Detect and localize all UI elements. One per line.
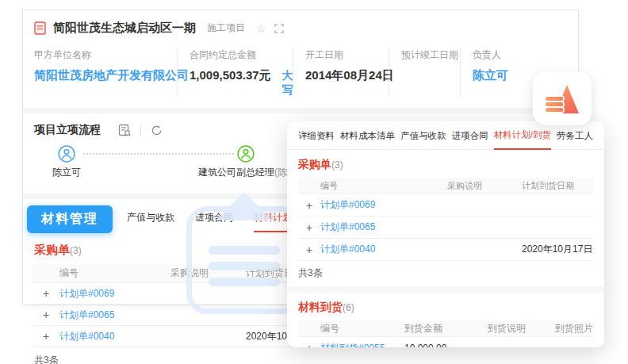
- section-divider: [23, 108, 578, 113]
- field-label: 甲方单位名称: [34, 48, 166, 62]
- process-log-icon[interactable]: [118, 124, 131, 136]
- user-icon: [58, 145, 75, 163]
- expand-icon[interactable]: +: [33, 330, 59, 343]
- field-contract-amount: 合同约定总金额 1,009,503.37元 大写: [177, 48, 293, 98]
- arrival-order-link[interactable]: 材料到货#0055: [320, 342, 404, 348]
- flow-step-approver[interactable]: 建筑公司副总经理(陈立可): [198, 145, 293, 179]
- table-total-count: 共3条: [33, 347, 569, 364]
- plan-order-link[interactable]: 计划单#0065: [59, 308, 170, 322]
- tab-incoming-contract[interactable]: 进项合同: [452, 122, 488, 149]
- tab-output-and-collection[interactable]: 产值与收款: [127, 206, 174, 232]
- project-type-tag: 施工项目: [207, 21, 245, 35]
- plan-order-link[interactable]: 计划单#0069: [320, 198, 447, 212]
- tab-material-plan-arrival[interactable]: 材料计划/到货: [494, 121, 551, 150]
- flow-step-name: 陈立可: [47, 166, 86, 179]
- col-purchase-desc: 采购说明: [170, 266, 246, 280]
- arrival-section-title: 材料到货(6): [287, 293, 604, 315]
- party-a-link[interactable]: 简阳世茂房地产开发有限公司: [34, 68, 166, 83]
- field-label: 预计竣工日期: [401, 48, 449, 62]
- tab-incoming-contract[interactable]: 进项合同: [195, 206, 233, 232]
- tab-output-and-collection[interactable]: 产值与收款: [400, 122, 446, 149]
- field-label: 开工日期: [305, 48, 377, 62]
- purchase-section-title: 采购单(3): [287, 150, 604, 172]
- col-number: 编号: [320, 322, 404, 335]
- document-icon: [34, 21, 46, 35]
- star-icon[interactable]: ☆: [256, 22, 266, 35]
- col-planned-date: 计划到货日期: [522, 180, 593, 192]
- col-arrival-photo: 到货照片: [555, 322, 593, 335]
- field-label: 负责人: [473, 48, 536, 62]
- expand-icon[interactable]: +: [298, 199, 320, 212]
- expand-icon[interactable]: +: [298, 342, 320, 347]
- col-arrival-amount: 到货金额: [404, 322, 488, 335]
- table-header-row: 编号 到货金额 到货说明 到货照片: [298, 320, 593, 337]
- material-plan-arrival-panel: 详细资料 材料成本清单 产值与收款 进项合同 材料计划/到货 劳务工人 采购单(…: [287, 121, 604, 347]
- field-start-date: 开工日期 2014年08月24日: [293, 48, 389, 98]
- field-party-a: 甲方单位名称 简阳世茂房地产开发有限公司: [34, 48, 177, 98]
- table-row: + 计划单#0069: [298, 194, 593, 216]
- amount-in-words-link[interactable]: 大写: [282, 69, 293, 98]
- plan-order-link[interactable]: 计划单#0040: [320, 243, 447, 256]
- field-label: 合同约定总金额: [190, 48, 281, 62]
- project-fields: 甲方单位名称 简阳世茂房地产开发有限公司 合同约定总金额 1,009,503.3…: [34, 48, 567, 98]
- project-title: 简阳世茂生态城启动区一期: [53, 21, 196, 36]
- tab-material-cost-list[interactable]: 材料成本清单: [340, 122, 395, 149]
- project-header: 简阳世茂生态城启动区一期 施工项目 ☆ 甲方单位名称 简阳世茂房地产开发有限公司…: [23, 10, 578, 98]
- flow-step-role: 建筑公司副总经理(陈立可): [198, 166, 293, 179]
- table-total-count: 共3条: [298, 261, 593, 286]
- arrival-amount: 10,000.00: [404, 343, 488, 347]
- tab-labor-workers[interactable]: 劳务工人: [557, 122, 593, 149]
- app-logo-card: [533, 71, 592, 125]
- table-row: + 材料到货#0055 10,000.00: [298, 337, 593, 347]
- expand-icon[interactable]: +: [298, 243, 320, 256]
- purchase-table: 编号 采购说明 计划到货日期 + 计划单#0069 + 计划单#0065 + 计…: [298, 178, 593, 286]
- expand-icon[interactable]: +: [298, 221, 320, 234]
- plan-order-link[interactable]: 计划单#0069: [59, 287, 170, 301]
- user-icon: [237, 145, 255, 163]
- table-row: + 计划单#0040 2020年10月17日: [298, 239, 593, 261]
- col-number: 编号: [320, 180, 447, 192]
- material-management-button[interactable]: 材料管理: [27, 205, 113, 233]
- plan-order-link[interactable]: 计划单#0040: [59, 330, 170, 343]
- field-expected-completion: 预计竣工日期: [389, 48, 460, 98]
- contract-amount-value: 1,009,503.37元: [190, 68, 271, 83]
- expand-icon[interactable]: +: [33, 308, 59, 321]
- plan-order-link[interactable]: 计划单#0065: [320, 220, 447, 234]
- planned-arrival-date: 2020年10月17日: [522, 243, 593, 256]
- expand-icon[interactable]: +: [33, 287, 59, 300]
- divider: [140, 125, 141, 136]
- front-tab-bar: 详细资料 材料成本清单 产值与收款 进项合同 材料计划/到货 劳务工人: [287, 121, 604, 150]
- start-date-value: 2014年08月24日: [305, 68, 377, 83]
- section-divider: [287, 286, 604, 293]
- flow-step-initiator[interactable]: 陈立可: [47, 145, 86, 179]
- tab-detail-info[interactable]: 详细资料: [298, 122, 335, 149]
- col-arrival-desc: 到货说明: [488, 322, 555, 335]
- col-number: 编号: [59, 266, 170, 280]
- table-row: + 计划单#0065: [298, 216, 593, 239]
- col-purchase-desc: 采购说明: [447, 180, 522, 192]
- process-title: 项目立项流程: [34, 123, 101, 137]
- table-header-row: 编号 采购说明 计划到货日期: [298, 178, 593, 194]
- refresh-icon[interactable]: [151, 125, 163, 136]
- manager-link[interactable]: 陈立可: [473, 68, 536, 83]
- fullscreen-icon[interactable]: [274, 24, 284, 33]
- arrival-table: 编号 到货金额 到货说明 到货照片 + 材料到货#0055 10,000.00: [298, 320, 593, 347]
- brand-logo-icon: [546, 83, 579, 113]
